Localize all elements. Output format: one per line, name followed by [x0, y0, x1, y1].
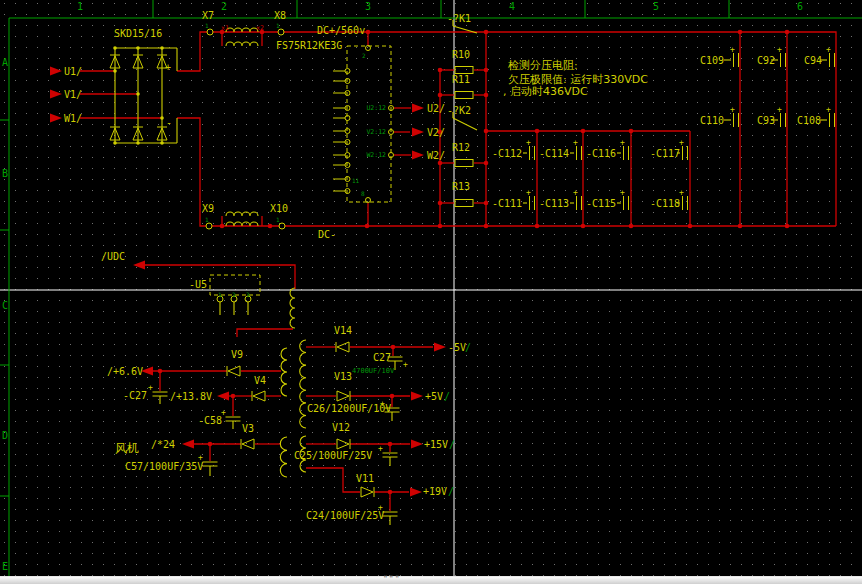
- resize-grip-icon[interactable]: """: [383, 575, 400, 584]
- schematic-label: V4: [254, 375, 266, 386]
- joint-dot: [160, 46, 164, 50]
- schematic-label: -C111: [492, 198, 522, 209]
- schematic-label: C92: [757, 55, 775, 66]
- schematic-label: U1/: [64, 66, 82, 77]
- schematic-label: +19V: [423, 486, 447, 497]
- schematic-label: C25/100UF/25V: [294, 450, 372, 461]
- sheet-col-number: 2: [221, 1, 227, 12]
- schematic-label: 检测分压电阻:: [507, 59, 578, 72]
- schematic-label: -: [166, 117, 172, 128]
- sheet-col-number: 6: [797, 1, 803, 12]
- schematic-label: x1: [221, 24, 229, 32]
- capacitor-polarity: +: [730, 105, 735, 114]
- capacitor-polarity: +: [777, 105, 782, 114]
- junction-dot: [535, 224, 540, 229]
- capacitor-polarity: +: [378, 444, 383, 453]
- schematic-label: /+13.8V: [170, 391, 212, 402]
- schematic-label: 1: [276, 216, 280, 223]
- schematic-label: U2:12: [366, 104, 386, 112]
- junction-dot: [629, 129, 634, 134]
- joint-dot: [136, 46, 140, 50]
- schematic-label: V9: [231, 349, 243, 360]
- junction-dot: [391, 345, 396, 350]
- schematic-label: +15V: [424, 439, 448, 450]
- junction-dot: [268, 224, 273, 229]
- schematic-label: -C115: [586, 198, 616, 209]
- capacitor-polarity: +: [573, 188, 578, 197]
- capacitor-polarity: +: [526, 188, 531, 197]
- schematic-label: -C118: [650, 198, 680, 209]
- sheet-col-number: 3: [365, 1, 371, 12]
- joint-dot: [160, 141, 164, 145]
- schematic-label: DC+/560v: [317, 25, 365, 36]
- schematic-label: C57/100UF/35V: [125, 461, 203, 472]
- schematic-label: -?K2: [447, 105, 471, 116]
- schematic-label: -5V: [448, 342, 466, 353]
- schematic-label: SKD15/16: [114, 28, 162, 39]
- capacitor-polarity: +: [148, 383, 153, 392]
- schematic-label: V2:12: [366, 128, 386, 136]
- sheet-col-number: 5: [653, 1, 659, 12]
- capacitor-polarity: +: [620, 138, 625, 147]
- junction-dot: [581, 224, 586, 229]
- schematic-label: -C58: [198, 415, 222, 426]
- schematic-label: X9: [202, 203, 214, 214]
- schematic-label: W2/: [427, 150, 445, 161]
- schematic-label: 1: [205, 22, 209, 29]
- schematic-label: U2/: [427, 103, 445, 114]
- junction-dot: [738, 30, 743, 35]
- schematic-label: V3: [242, 423, 254, 434]
- schematic-label: W1/: [64, 113, 82, 124]
- schematic-label: X8: [274, 10, 286, 21]
- junction-dot: [220, 224, 225, 229]
- schematic-label: -C117: [650, 148, 680, 159]
- schematic-label: V13: [334, 371, 352, 382]
- junction-dot: [365, 224, 370, 229]
- junction-dot: [366, 30, 371, 35]
- schematic-label: /: [465, 342, 471, 353]
- schematic-label: V11: [356, 473, 374, 484]
- junction-dot: [438, 68, 443, 73]
- junction-dot: [688, 224, 693, 229]
- junction-dot: [438, 161, 443, 166]
- schematic-label: W2:12: [366, 151, 386, 159]
- schematic-label: /UDC: [101, 251, 125, 262]
- schematic-label: 风机: [115, 441, 139, 455]
- junction-dot: [484, 93, 489, 98]
- schematic-label: C93: [757, 115, 775, 126]
- schematic-label: /: [448, 486, 454, 497]
- schematic-label: -C112: [492, 148, 522, 159]
- schematic-label: 2: [362, 52, 366, 59]
- junction-dot: [581, 129, 586, 134]
- schematic-label: /: [449, 439, 455, 450]
- junction-dot: [484, 201, 489, 206]
- schematic-label: 1: [276, 22, 280, 29]
- schematic-label: C110: [700, 115, 724, 126]
- status-bar: """: [0, 576, 862, 584]
- joint-dot: [113, 69, 117, 73]
- capacitor-polarity: +: [826, 45, 831, 54]
- junction-dot: [388, 442, 393, 447]
- capacitor-polarity: +: [526, 138, 531, 147]
- capacitor-polarity: +: [679, 188, 684, 197]
- schematic-label: /+6.6V: [107, 366, 143, 377]
- schematic-label: V2/: [427, 127, 445, 138]
- schematic-label: DC-: [318, 229, 336, 240]
- joint-dot: [136, 141, 140, 145]
- capacitor-polarity: +: [679, 138, 684, 147]
- schematic-label: 11: [352, 177, 360, 184]
- junction-dot: [231, 394, 236, 399]
- junction-dot: [208, 442, 213, 447]
- schematic-label: C27: [373, 352, 391, 363]
- schematic-canvas[interactable]: 123456ABCDE+++++++++++++++++++++SKD15/16…: [0, 0, 862, 584]
- junction-dot: [738, 224, 743, 229]
- schematic-label: V12: [332, 422, 350, 433]
- sheet-row-letter: B: [2, 168, 8, 179]
- junction-dot: [535, 129, 540, 134]
- schematic-label: 3: [246, 291, 250, 298]
- schematic-label: 1: [205, 216, 209, 223]
- schematic-label: R12: [452, 142, 470, 153]
- schematic-label: -C27: [123, 390, 147, 401]
- schematic-label: X10: [270, 203, 288, 214]
- joint-dot: [136, 92, 140, 96]
